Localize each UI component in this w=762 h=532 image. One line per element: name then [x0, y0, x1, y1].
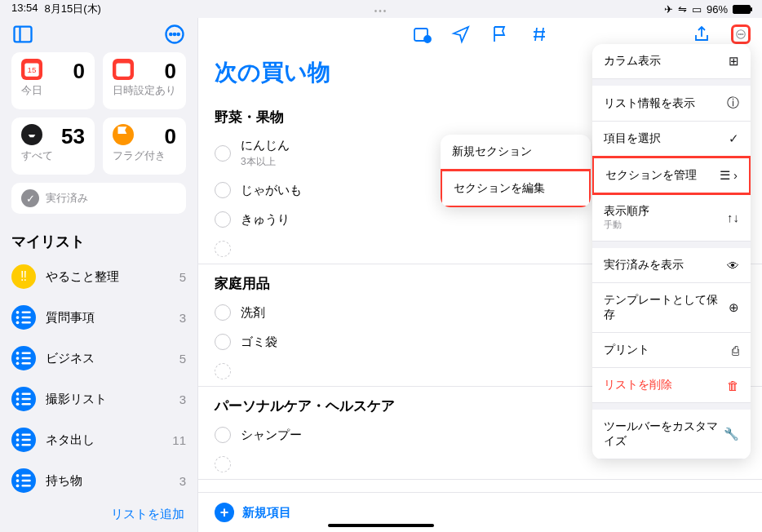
todo-checkbox[interactable]: [215, 304, 231, 321]
status-date: 8月15日(木): [45, 2, 101, 16]
svg-text:+: +: [425, 37, 428, 42]
more-menu-button[interactable]: [731, 24, 751, 44]
menu-label: セクションを管理: [605, 168, 697, 181]
list-count: 5: [179, 270, 186, 284]
list-icon: ☰ ›: [720, 168, 738, 183]
todo-label: ゴミ袋: [241, 335, 277, 350]
todo-checkbox[interactable]: [215, 145, 231, 162]
info-icon: ⓘ: [727, 95, 739, 111]
card-label: すべて: [21, 149, 85, 163]
svg-text:15: 15: [28, 65, 37, 74]
svg-rect-26: [22, 403, 31, 406]
sidebar-list-item[interactable]: 質問事項3: [0, 297, 197, 338]
plus-icon: +: [215, 503, 234, 522]
card-count: 0: [165, 124, 176, 149]
status-bar: 13:54 8月15日(木) ••• ✈︎ ⇋ ▭ 96%: [0, 0, 762, 18]
share-icon[interactable]: [692, 24, 711, 44]
svg-point-29: [16, 443, 20, 446]
svg-point-28: [16, 438, 20, 441]
todo-checkbox[interactable]: [215, 182, 231, 198]
more-menu-item[interactable]: リスト情報を表示ⓘ: [592, 86, 751, 122]
svg-rect-37: [22, 480, 31, 482]
more-menu-item[interactable]: テンプレートとして保存⊕: [592, 283, 751, 333]
more-menu-item[interactable]: カラム表示⊞: [592, 44, 751, 79]
todo-note: 3本以上: [241, 155, 290, 169]
add-placeholder-icon: [215, 241, 231, 257]
list-count: 5: [179, 352, 186, 366]
drag-indicator[interactable]: •••: [374, 7, 388, 16]
svg-point-16: [16, 357, 20, 360]
svg-rect-14: [22, 321, 31, 324]
sidebar-list-item[interactable]: 撮影リスト3: [0, 379, 197, 419]
sidebar-list-item[interactable]: ビジネス5: [0, 338, 197, 379]
todo-checkbox[interactable]: [215, 211, 231, 228]
more-menu-item[interactable]: ツールバーをカスタマイズ🔧: [592, 410, 751, 459]
svg-point-4: [174, 33, 175, 35]
sidebar-list-item[interactable]: 持ち物3: [0, 460, 197, 497]
context-menu-item[interactable]: セクションを編集: [441, 169, 591, 207]
more-menu-item[interactable]: 項目を選択✓: [592, 122, 751, 157]
section-header[interactable]: その他⌄: [198, 479, 762, 492]
list-label: ネタ出し: [46, 432, 162, 448]
list-label: やること整理: [46, 269, 170, 285]
svg-point-34: [16, 479, 20, 482]
sidebar-toggle-button[interactable]: [11, 23, 34, 46]
svg-point-33: [16, 474, 20, 477]
calendar-add-icon[interactable]: +: [412, 24, 432, 44]
todo-label: きゅうり: [241, 212, 290, 228]
card-scheduled[interactable]: 0 日時設定あり: [103, 52, 186, 109]
more-menu-item[interactable]: プリント⎙: [592, 333, 751, 368]
more-options-button[interactable]: [163, 23, 186, 46]
todo-checkbox[interactable]: [215, 427, 231, 443]
card-flagged[interactable]: 0 フラグ付き: [103, 117, 186, 175]
home-indicator[interactable]: [328, 524, 434, 527]
svg-rect-36: [22, 475, 31, 477]
add-placeholder-icon: [215, 363, 231, 379]
more-menu-item[interactable]: 実行済みを表示👁: [592, 248, 751, 283]
svg-rect-30: [22, 434, 31, 437]
add-item-button[interactable]: + 新規項目: [198, 492, 762, 532]
menu-label: プリント: [604, 343, 649, 356]
battery-percent: 96%: [707, 3, 728, 16]
more-menu-item[interactable]: 表示順序手動↑↓: [592, 194, 751, 242]
check-icon: ✓: [729, 131, 739, 146]
menu-label: リストを削除: [604, 378, 672, 391]
card-completed[interactable]: ✓ 実行済み: [11, 183, 186, 214]
card-today[interactable]: 15 0 今日: [11, 52, 95, 109]
card-count: 53: [61, 124, 85, 149]
done-label: 実行済み: [46, 191, 88, 206]
hashtag-icon[interactable]: [529, 24, 549, 44]
sidebar: 15 0 今日 0 日時設定あり 53 すべて 0 フラグ付き ✓ 実行済: [0, 18, 197, 532]
context-menu-item[interactable]: 新規セクション: [441, 135, 591, 170]
section-title: 家庭用品: [215, 274, 270, 293]
sidebar-list-item[interactable]: ‼やること整理5: [0, 256, 197, 297]
calendar-today-icon: 15: [21, 59, 42, 80]
svg-point-3: [170, 33, 171, 35]
headphones-icon: ▭: [692, 3, 702, 16]
svg-rect-12: [22, 312, 31, 314]
columns-icon: ⊞: [729, 54, 739, 69]
svg-rect-13: [22, 317, 31, 319]
location-icon[interactable]: [451, 24, 471, 44]
trash-icon: 🗑: [727, 379, 739, 392]
menu-label: カラム表示: [604, 54, 661, 67]
more-menu-item[interactable]: リストを削除🗑: [592, 368, 751, 403]
todo-checkbox[interactable]: [215, 334, 231, 350]
flag-icon[interactable]: [490, 24, 510, 44]
svg-point-10: [16, 316, 20, 319]
list-count: 11: [172, 433, 186, 447]
svg-point-53: [738, 33, 739, 34]
more-menu-item[interactable]: セクションを管理☰ ›: [592, 156, 751, 195]
menu-sub: 手動: [604, 219, 649, 231]
menu-label: 表示順序: [604, 204, 649, 217]
svg-point-11: [16, 321, 20, 324]
sidebar-list-item[interactable]: ネタ出し11: [0, 419, 197, 460]
svg-point-54: [740, 33, 741, 34]
add-list-button[interactable]: リストを追加: [0, 497, 197, 532]
card-all[interactable]: 53 すべて: [11, 117, 95, 175]
svg-point-21: [16, 392, 20, 396]
flag-icon: [113, 124, 134, 145]
svg-rect-38: [22, 485, 31, 487]
list-label: ビジネス: [46, 351, 170, 366]
svg-rect-24: [22, 393, 31, 396]
